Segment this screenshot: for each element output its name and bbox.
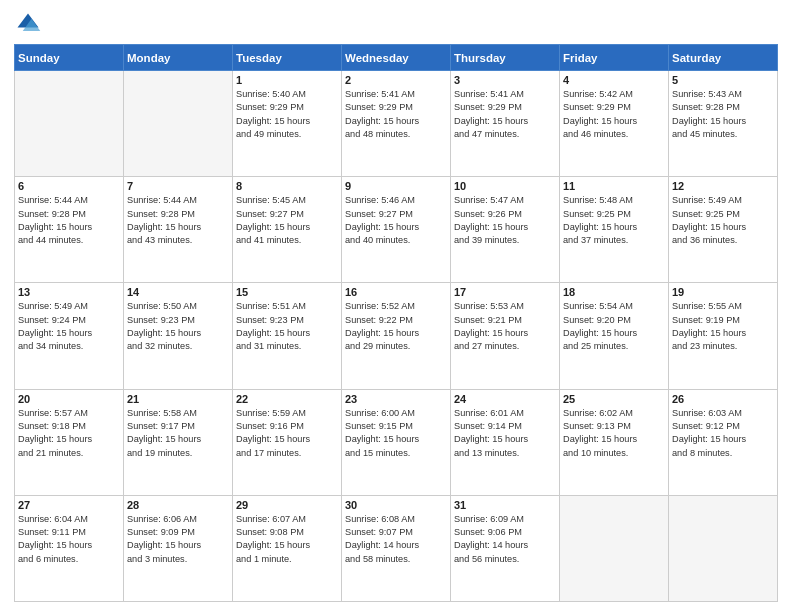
day-number: 19 [672,286,774,298]
calendar-cell: 23 Sunrise: 6:00 AMSunset: 9:15 PMDaylig… [342,389,451,495]
day-info: Sunrise: 5:46 AMSunset: 9:27 PMDaylight:… [345,194,447,247]
day-number: 14 [127,286,229,298]
day-number: 2 [345,74,447,86]
calendar-cell: 7 Sunrise: 5:44 AMSunset: 9:28 PMDayligh… [124,177,233,283]
day-number: 21 [127,393,229,405]
calendar-cell: 13 Sunrise: 5:49 AMSunset: 9:24 PMDaylig… [15,283,124,389]
calendar-cell: 15 Sunrise: 5:51 AMSunset: 9:23 PMDaylig… [233,283,342,389]
calendar-cell: 3 Sunrise: 5:41 AMSunset: 9:29 PMDayligh… [451,71,560,177]
day-number: 22 [236,393,338,405]
header [14,10,778,38]
calendar-cell: 14 Sunrise: 5:50 AMSunset: 9:23 PMDaylig… [124,283,233,389]
day-number: 18 [563,286,665,298]
day-info: Sunrise: 6:04 AMSunset: 9:11 PMDaylight:… [18,513,120,566]
calendar-cell: 24 Sunrise: 6:01 AMSunset: 9:14 PMDaylig… [451,389,560,495]
day-info: Sunrise: 5:54 AMSunset: 9:20 PMDaylight:… [563,300,665,353]
day-number: 29 [236,499,338,511]
logo-icon [14,10,42,38]
calendar-cell: 26 Sunrise: 6:03 AMSunset: 9:12 PMDaylig… [669,389,778,495]
day-info: Sunrise: 6:02 AMSunset: 9:13 PMDaylight:… [563,407,665,460]
weekday-header-sunday: Sunday [15,45,124,71]
day-info: Sunrise: 5:44 AMSunset: 9:28 PMDaylight:… [18,194,120,247]
weekday-header-tuesday: Tuesday [233,45,342,71]
calendar-cell [15,71,124,177]
calendar-cell: 19 Sunrise: 5:55 AMSunset: 9:19 PMDaylig… [669,283,778,389]
calendar-cell: 11 Sunrise: 5:48 AMSunset: 9:25 PMDaylig… [560,177,669,283]
day-info: Sunrise: 6:06 AMSunset: 9:09 PMDaylight:… [127,513,229,566]
calendar-cell [124,71,233,177]
calendar-cell: 20 Sunrise: 5:57 AMSunset: 9:18 PMDaylig… [15,389,124,495]
week-row-2: 6 Sunrise: 5:44 AMSunset: 9:28 PMDayligh… [15,177,778,283]
day-number: 1 [236,74,338,86]
day-info: Sunrise: 5:52 AMSunset: 9:22 PMDaylight:… [345,300,447,353]
calendar-cell: 9 Sunrise: 5:46 AMSunset: 9:27 PMDayligh… [342,177,451,283]
day-number: 13 [18,286,120,298]
calendar-cell [560,495,669,601]
day-info: Sunrise: 5:58 AMSunset: 9:17 PMDaylight:… [127,407,229,460]
calendar-cell: 22 Sunrise: 5:59 AMSunset: 9:16 PMDaylig… [233,389,342,495]
day-info: Sunrise: 5:41 AMSunset: 9:29 PMDaylight:… [345,88,447,141]
weekday-header-monday: Monday [124,45,233,71]
day-info: Sunrise: 5:42 AMSunset: 9:29 PMDaylight:… [563,88,665,141]
calendar-cell: 31 Sunrise: 6:09 AMSunset: 9:06 PMDaylig… [451,495,560,601]
calendar-cell: 10 Sunrise: 5:47 AMSunset: 9:26 PMDaylig… [451,177,560,283]
week-row-4: 20 Sunrise: 5:57 AMSunset: 9:18 PMDaylig… [15,389,778,495]
weekday-header-thursday: Thursday [451,45,560,71]
day-number: 26 [672,393,774,405]
calendar-cell: 30 Sunrise: 6:08 AMSunset: 9:07 PMDaylig… [342,495,451,601]
day-info: Sunrise: 6:07 AMSunset: 9:08 PMDaylight:… [236,513,338,566]
day-info: Sunrise: 5:41 AMSunset: 9:29 PMDaylight:… [454,88,556,141]
day-info: Sunrise: 6:01 AMSunset: 9:14 PMDaylight:… [454,407,556,460]
calendar-cell: 27 Sunrise: 6:04 AMSunset: 9:11 PMDaylig… [15,495,124,601]
calendar-cell [669,495,778,601]
calendar-cell: 6 Sunrise: 5:44 AMSunset: 9:28 PMDayligh… [15,177,124,283]
day-number: 6 [18,180,120,192]
day-number: 4 [563,74,665,86]
calendar-cell: 25 Sunrise: 6:02 AMSunset: 9:13 PMDaylig… [560,389,669,495]
day-info: Sunrise: 5:50 AMSunset: 9:23 PMDaylight:… [127,300,229,353]
day-number: 31 [454,499,556,511]
day-number: 23 [345,393,447,405]
day-info: Sunrise: 5:48 AMSunset: 9:25 PMDaylight:… [563,194,665,247]
calendar-cell: 16 Sunrise: 5:52 AMSunset: 9:22 PMDaylig… [342,283,451,389]
weekday-header-friday: Friday [560,45,669,71]
day-number: 17 [454,286,556,298]
calendar-cell: 18 Sunrise: 5:54 AMSunset: 9:20 PMDaylig… [560,283,669,389]
calendar-cell: 28 Sunrise: 6:06 AMSunset: 9:09 PMDaylig… [124,495,233,601]
day-number: 10 [454,180,556,192]
day-info: Sunrise: 5:57 AMSunset: 9:18 PMDaylight:… [18,407,120,460]
calendar-cell: 17 Sunrise: 5:53 AMSunset: 9:21 PMDaylig… [451,283,560,389]
day-info: Sunrise: 5:49 AMSunset: 9:24 PMDaylight:… [18,300,120,353]
week-row-1: 1 Sunrise: 5:40 AMSunset: 9:29 PMDayligh… [15,71,778,177]
calendar-cell: 2 Sunrise: 5:41 AMSunset: 9:29 PMDayligh… [342,71,451,177]
calendar-cell: 12 Sunrise: 5:49 AMSunset: 9:25 PMDaylig… [669,177,778,283]
day-number: 15 [236,286,338,298]
calendar-cell: 5 Sunrise: 5:43 AMSunset: 9:28 PMDayligh… [669,71,778,177]
week-row-3: 13 Sunrise: 5:49 AMSunset: 9:24 PMDaylig… [15,283,778,389]
logo [14,10,46,38]
day-number: 12 [672,180,774,192]
day-number: 24 [454,393,556,405]
day-info: Sunrise: 5:40 AMSunset: 9:29 PMDaylight:… [236,88,338,141]
calendar-cell: 21 Sunrise: 5:58 AMSunset: 9:17 PMDaylig… [124,389,233,495]
day-info: Sunrise: 6:00 AMSunset: 9:15 PMDaylight:… [345,407,447,460]
day-info: Sunrise: 5:59 AMSunset: 9:16 PMDaylight:… [236,407,338,460]
calendar-cell: 29 Sunrise: 6:07 AMSunset: 9:08 PMDaylig… [233,495,342,601]
day-number: 20 [18,393,120,405]
day-info: Sunrise: 5:51 AMSunset: 9:23 PMDaylight:… [236,300,338,353]
day-number: 11 [563,180,665,192]
calendar-table: SundayMondayTuesdayWednesdayThursdayFrid… [14,44,778,602]
day-number: 16 [345,286,447,298]
calendar-cell: 8 Sunrise: 5:45 AMSunset: 9:27 PMDayligh… [233,177,342,283]
weekday-header-saturday: Saturday [669,45,778,71]
day-number: 9 [345,180,447,192]
day-number: 30 [345,499,447,511]
day-number: 3 [454,74,556,86]
day-info: Sunrise: 5:53 AMSunset: 9:21 PMDaylight:… [454,300,556,353]
day-info: Sunrise: 6:08 AMSunset: 9:07 PMDaylight:… [345,513,447,566]
day-info: Sunrise: 5:45 AMSunset: 9:27 PMDaylight:… [236,194,338,247]
day-number: 8 [236,180,338,192]
day-number: 25 [563,393,665,405]
page: SundayMondayTuesdayWednesdayThursdayFrid… [0,0,792,612]
calendar-cell: 4 Sunrise: 5:42 AMSunset: 9:29 PMDayligh… [560,71,669,177]
